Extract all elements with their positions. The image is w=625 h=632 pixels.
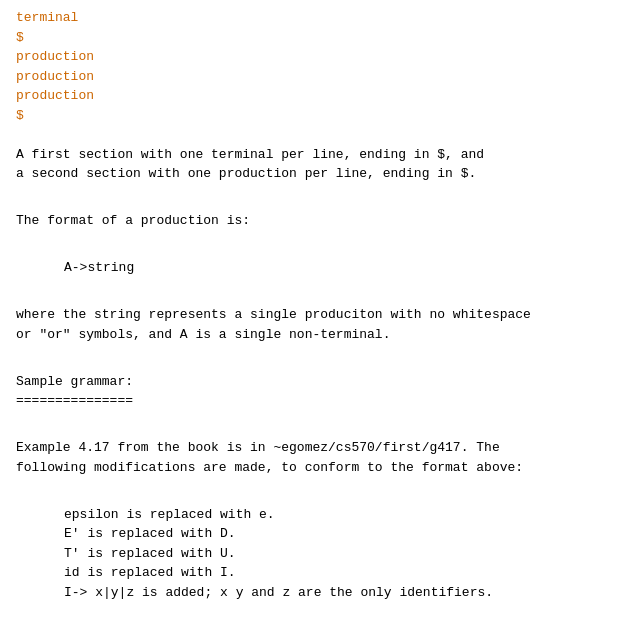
paragraph-4-text: where the string represents a single pro… [16,307,531,342]
list-item-3: T' is replaced with U. [16,544,609,564]
example-text: Example 4.17 from the book is in ~egomez… [16,440,523,475]
sample-grammar-heading: Sample grammar: =============== [16,372,609,411]
code-line-2: $ [16,28,609,48]
list-item-2: E' is replaced with D. [16,524,609,544]
main-content: terminal $ production production product… [16,8,609,632]
paragraph-4: where the string represents a single pro… [16,305,609,344]
sample-grammar-divider: =============== [16,393,133,408]
code-line-6: $ [16,106,609,126]
paragraph-2: The format of a production is: [16,211,609,231]
list-item-4: id is replaced with I. [16,563,609,583]
paragraph-1: A first section with one terminal per li… [16,145,609,184]
paragraph-1-text: A first section with one terminal per li… [16,147,484,182]
production-format-text: A->string [16,258,609,278]
list-item-1: epsilon is replaced with e. [16,505,609,525]
preformatted-block: terminal $ production production product… [16,8,609,125]
paragraph-2-text: The format of a production is: [16,213,250,228]
code-line-1: terminal [16,8,609,28]
sample-grammar-label: Sample grammar: [16,374,133,389]
modifications-list: epsilon is replaced with e. E' is replac… [16,505,609,603]
example-paragraph: Example 4.17 from the book is in ~egomez… [16,438,609,477]
code-line-3: production [16,47,609,67]
code-line-4: production [16,67,609,87]
code-line-5: production [16,86,609,106]
list-item-5: I-> x|y|z is added; x y and z are the on… [16,583,609,603]
production-format: A->string [16,258,609,278]
